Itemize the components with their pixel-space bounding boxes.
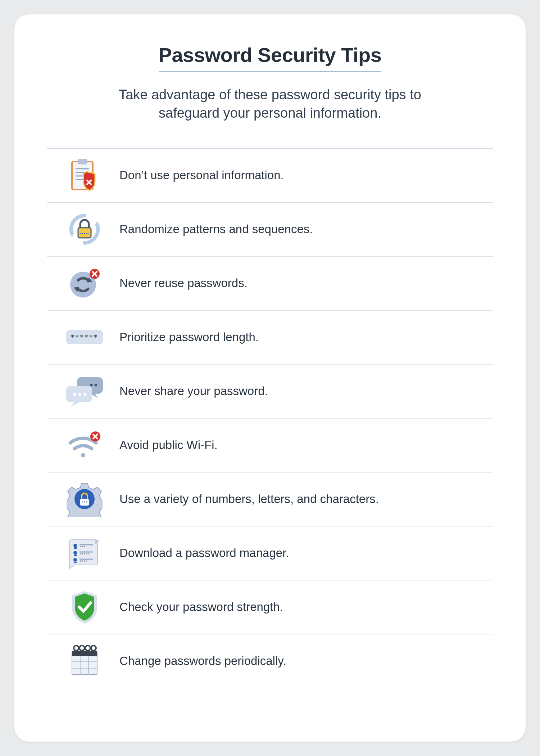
svg-point-41 [74, 646, 79, 651]
svg-rect-8 [78, 228, 91, 238]
tip-text: Don’t use personal information. [119, 168, 284, 182]
svg-point-20 [83, 393, 86, 396]
tip-row: *** Use a variety of numbers, letters, a… [47, 472, 493, 526]
svg-point-31 [73, 551, 77, 554]
calendar-icon [58, 643, 112, 679]
tip-text: Download a password manager. [119, 546, 289, 560]
tip-text: Use a variety of numbers, letters, and c… [119, 492, 379, 506]
svg-point-21 [81, 453, 85, 457]
chat-bubbles-icon [58, 373, 112, 409]
svg-point-17 [90, 384, 93, 386]
svg-marker-6 [69, 233, 74, 237]
tip-row: Never share your password. [47, 364, 493, 418]
svg-text:***: *** [80, 546, 85, 549]
tips-card: Password Security Tips Take advantage of… [14, 14, 526, 742]
tip-text: Never reuse passwords. [119, 276, 248, 290]
svg-point-16 [95, 384, 97, 386]
tip-text: Check your password strength. [119, 600, 283, 614]
recycle-x-icon [58, 265, 112, 301]
gear-lock-icon: *** [58, 481, 112, 517]
tip-row: Check your password strength. [47, 580, 493, 634]
tip-text: Randomize patterns and sequences. [119, 222, 313, 236]
tip-row: Change passwords periodically. [47, 634, 493, 688]
tip-row: Randomize patterns and sequences. [47, 202, 493, 256]
svg-text:******: ****** [71, 333, 98, 341]
password-manager-icon: *** ***** **** [58, 535, 112, 571]
tip-text: Prioritize password length. [119, 330, 259, 344]
svg-point-44 [91, 646, 96, 651]
svg-point-19 [78, 393, 81, 396]
tip-row: Avoid public Wi-Fi. [47, 418, 493, 472]
tip-text: Never share your password. [119, 384, 268, 398]
svg-rect-28 [74, 547, 77, 549]
svg-rect-36 [74, 562, 77, 563]
svg-text:***: *** [81, 501, 88, 504]
tip-row: Never reuse passwords. [47, 256, 493, 310]
svg-text:*****: ***** [80, 553, 89, 556]
tip-row: Don’t use personal information. [47, 148, 493, 202]
svg-rect-32 [74, 554, 77, 556]
header: Password Security Tips Take advantage of… [47, 43, 493, 123]
svg-point-27 [73, 544, 77, 547]
svg-point-42 [80, 646, 85, 651]
lock-refresh-icon [58, 211, 112, 247]
tip-row: ****** Prioritize password length. [47, 310, 493, 364]
page-title: Password Security Tips [159, 43, 382, 72]
svg-point-35 [73, 558, 77, 562]
page-subtitle: Take advantage of these password securit… [108, 86, 432, 123]
svg-point-18 [73, 393, 76, 396]
svg-text:****: **** [80, 560, 87, 563]
shield-check-icon [58, 589, 112, 625]
svg-point-43 [85, 646, 90, 651]
tip-text: Avoid public Wi-Fi. [119, 438, 218, 452]
tip-text: Change passwords periodically. [119, 654, 286, 668]
tips-list: Don’t use personal information. Randomiz… [47, 148, 493, 688]
clipboard-shield-icon [58, 157, 112, 193]
wifi-x-icon [58, 427, 112, 463]
password-length-icon: ****** [58, 319, 112, 355]
svg-rect-40 [72, 651, 97, 656]
svg-rect-1 [78, 159, 87, 164]
tip-row: *** ***** **** Download a password manag… [47, 526, 493, 580]
svg-marker-7 [95, 221, 100, 226]
